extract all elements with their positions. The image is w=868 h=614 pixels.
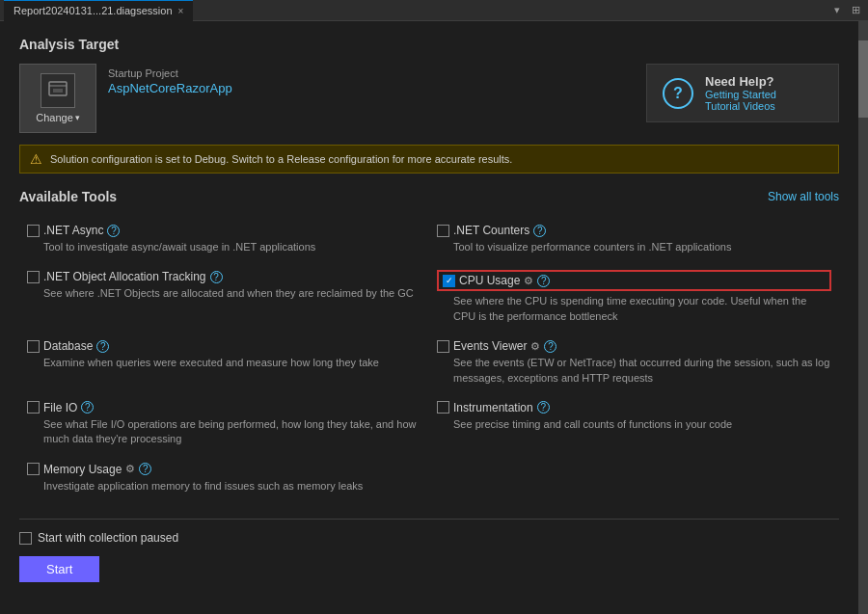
help-net-async[interactable]: ? xyxy=(107,225,120,237)
help-net-counters[interactable]: ? xyxy=(533,225,546,237)
tool-desc-instrumentation: See precise timing and call counts of fu… xyxy=(437,417,831,432)
bottom-section: Start with collection paused Start xyxy=(19,519,839,582)
project-name: AspNetCoreRazorApp xyxy=(108,81,232,95)
checkbox-events-viewer[interactable] xyxy=(437,340,449,353)
tools-grid: .NET Async ? Tool to investigate async/a… xyxy=(19,218,839,503)
help-database[interactable]: ? xyxy=(96,340,109,353)
tool-desc-net-object-allocation: See where .NET Objects are allocated and… xyxy=(27,286,421,301)
tool-header-file-io: File IO ? xyxy=(27,401,421,414)
title-tab[interactable]: Report20240131...21.diagsession × xyxy=(4,0,193,21)
scrollbar-thumb[interactable] xyxy=(858,40,868,118)
tool-item-net-object-allocation: .NET Object Allocation Tracking ? See wh… xyxy=(19,264,429,334)
tool-desc-file-io: See what File I/O operations are being p… xyxy=(27,417,421,447)
tool-desc-cpu-usage: See where the CPU is spending time execu… xyxy=(437,294,831,324)
tool-item-net-async: .NET Async ? Tool to investigate async/a… xyxy=(19,218,429,264)
target-info: Startup Project AspNetCoreRazorApp xyxy=(108,64,232,95)
target-icon xyxy=(41,73,75,108)
tool-name-instrumentation: Instrumentation xyxy=(453,401,533,414)
help-file-io[interactable]: ? xyxy=(81,401,94,414)
checkbox-net-object-allocation[interactable] xyxy=(27,271,40,283)
tab-close-icon[interactable]: × xyxy=(178,6,184,16)
gear-events-viewer[interactable]: ⚙ xyxy=(530,340,540,353)
target-left: Change ▾ Startup Project AspNetCoreRazor… xyxy=(19,64,232,133)
tab-label: Report20240131...21.diagsession xyxy=(14,5,173,16)
tool-name-net-object-allocation: .NET Object Allocation Tracking xyxy=(43,270,206,283)
cpu-usage-highlight-box: CPU Usage ⚙ ? xyxy=(437,270,831,291)
tool-desc-memory-usage: Investigate application memory to find i… xyxy=(27,479,421,494)
pin-icon[interactable]: ⊞ xyxy=(848,4,864,16)
tool-name-memory-usage: Memory Usage xyxy=(43,463,122,476)
checkbox-net-async[interactable] xyxy=(27,225,40,237)
analysis-target-title: Analysis Target xyxy=(19,37,839,52)
checkbox-net-counters[interactable] xyxy=(437,225,449,237)
change-target-label: Change ▾ xyxy=(36,112,80,123)
getting-started-link[interactable]: Getting Started xyxy=(705,89,776,100)
start-paused-label: Start with collection paused xyxy=(38,531,178,545)
available-tools-title: Available Tools xyxy=(19,189,117,204)
tool-name-net-async: .NET Async xyxy=(43,224,103,237)
tool-header-net-async: .NET Async ? xyxy=(27,224,421,237)
tool-item-cpu-usage: CPU Usage ⚙ ? See where the CPU is spend… xyxy=(429,264,839,334)
tool-name-events-viewer: Events Viewer xyxy=(453,339,527,353)
tool-desc-database: Examine when queries were executed and m… xyxy=(27,356,421,370)
title-controls: ▾ ⊞ xyxy=(830,4,864,16)
need-help-box: ? Need Help? Getting Started Tutorial Vi… xyxy=(646,64,839,122)
help-cpu-usage[interactable]: ? xyxy=(537,275,550,287)
main-scroll: Analysis Target Change ▾ xyxy=(0,21,868,614)
tool-header-net-object: .NET Object Allocation Tracking ? xyxy=(27,270,421,283)
tool-item-empty xyxy=(429,457,839,503)
tool-item-database: Database ? Examine when queries were exe… xyxy=(19,334,429,395)
checkbox-memory-usage[interactable] xyxy=(27,463,40,475)
tool-desc-events-viewer: See the events (ETW or NetTrace) that oc… xyxy=(437,356,831,386)
checkbox-file-io[interactable] xyxy=(27,401,40,414)
warning-icon: ⚠ xyxy=(30,151,42,167)
tool-desc-net-counters: Tool to visualize performance counters i… xyxy=(437,240,831,254)
gear-cpu-usage[interactable]: ⚙ xyxy=(524,275,533,287)
help-icon: ? xyxy=(663,78,693,109)
analysis-target-box: Change ▾ Startup Project AspNetCoreRazor… xyxy=(19,64,839,133)
checkbox-instrumentation[interactable] xyxy=(437,401,449,414)
checkbox-database[interactable] xyxy=(27,340,40,353)
start-paused-row: Start with collection paused xyxy=(19,531,839,545)
tool-header-net-counters: .NET Counters ? xyxy=(437,224,831,237)
help-events-viewer[interactable]: ? xyxy=(544,340,556,353)
checkbox-cpu-usage[interactable] xyxy=(443,275,455,287)
tool-name-file-io: File IO xyxy=(43,401,77,414)
tool-item-events-viewer: Events Viewer ⚙ ? See the events (ETW or… xyxy=(429,334,839,395)
tutorial-videos-link[interactable]: Tutorial Videos xyxy=(705,100,776,112)
available-tools-header: Available Tools Show all tools xyxy=(19,189,839,204)
tool-item-instrumentation: Instrumentation ? See precise timing and… xyxy=(429,395,839,457)
scrollbar-track[interactable] xyxy=(858,21,868,614)
content-area: Analysis Target Change ▾ xyxy=(0,21,858,614)
tool-name-cpu-usage: CPU Usage xyxy=(459,274,520,287)
show-all-tools-link[interactable]: Show all tools xyxy=(768,190,839,203)
tool-header-memory-usage: Memory Usage ⚙ ? xyxy=(27,463,421,476)
tool-item-net-counters: .NET Counters ? Tool to visualize perfor… xyxy=(429,218,839,264)
collapse-icon[interactable]: ▾ xyxy=(830,4,844,16)
checkbox-start-paused[interactable] xyxy=(19,532,32,545)
start-button[interactable]: Start xyxy=(19,556,99,582)
help-net-object-allocation[interactable]: ? xyxy=(210,271,223,283)
tool-name-database: Database xyxy=(43,339,93,353)
need-help-title: Need Help? xyxy=(705,74,776,89)
tool-item-memory-usage: Memory Usage ⚙ ? Investigate application… xyxy=(19,457,429,503)
tool-desc-net-async: Tool to investigate async/await usage in… xyxy=(27,240,421,254)
tool-header-database: Database ? xyxy=(27,339,421,353)
startup-project-label: Startup Project xyxy=(108,67,232,79)
help-memory-usage[interactable]: ? xyxy=(139,463,151,475)
svg-rect-2 xyxy=(53,89,63,93)
help-instrumentation[interactable]: ? xyxy=(537,401,550,414)
warning-text: Solution configuration is set to Debug. … xyxy=(50,153,512,165)
gear-memory-usage[interactable]: ⚙ xyxy=(125,463,135,475)
tool-item-file-io: File IO ? See what File I/O operations a… xyxy=(19,395,429,457)
tool-name-net-counters: .NET Counters xyxy=(453,224,529,237)
tool-header-instrumentation: Instrumentation ? xyxy=(437,401,831,414)
warning-banner: ⚠ Solution configuration is set to Debug… xyxy=(19,145,839,174)
change-target-button[interactable]: Change ▾ xyxy=(19,64,96,133)
title-bar: Report20240131...21.diagsession × ▾ ⊞ xyxy=(0,0,868,21)
help-text: Need Help? Getting Started Tutorial Vide… xyxy=(705,74,776,112)
tool-header-events-viewer: Events Viewer ⚙ ? xyxy=(437,339,831,353)
